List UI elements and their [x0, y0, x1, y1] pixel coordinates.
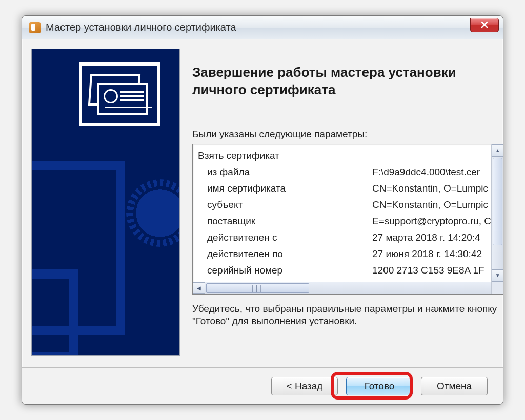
window-title: Мастер установки личного сертификата — [46, 22, 236, 33]
list-item[interactable]: Взять сертификат — [198, 148, 491, 164]
list-item[interactable]: из файла F:\d9a9ddc4.000\test.cer — [198, 164, 491, 180]
scroll-up-button[interactable]: ▲ — [492, 144, 503, 157]
wizard-sidebar — [31, 49, 180, 356]
wizard-body: Завершение работы мастера установки личн… — [22, 39, 503, 367]
finish-button[interactable]: Готово — [346, 377, 413, 395]
list-item[interactable]: субъект CN=Konstantin, O=Lumpic — [198, 197, 491, 213]
instruction-note: Убедитесь, что выбраны правильные параме… — [192, 303, 503, 328]
list-item[interactable]: серийный номер 1200 2713 C153 9E8A 1F — [198, 262, 491, 279]
close-button[interactable] — [470, 18, 499, 32]
list-item[interactable]: имя сертификата CN=Konstantin, O=Lumpic — [198, 180, 491, 197]
list-item[interactable]: действителен по 27 июня 2018 г. 14:30:42 — [198, 246, 491, 262]
wizard-footer: < Назад Готово Отмена — [22, 367, 503, 404]
scroll-left-button[interactable]: ◀ — [193, 282, 205, 294]
wizard-window: Мастер установки личного сертификата Зав… — [22, 15, 503, 405]
vertical-scrollbar[interactable]: ▲ ▼ — [491, 144, 503, 282]
close-icon — [481, 21, 488, 30]
horizontal-scroll-track[interactable]: ||| — [205, 282, 491, 294]
cancel-button[interactable]: Отмена — [421, 377, 488, 395]
parameters-list: Взять сертификат из файла F:\d9a9ddc4.00… — [193, 144, 491, 282]
titlebar[interactable]: Мастер установки личного сертификата — [22, 16, 503, 39]
app-icon — [29, 22, 41, 33]
horizontal-scroll-thumb[interactable]: ||| — [206, 283, 309, 293]
parameters-listbox[interactable]: Взять сертификат из файла F:\d9a9ddc4.00… — [192, 144, 503, 295]
page-heading: Завершение работы мастера установки личн… — [192, 64, 503, 99]
vertical-scroll-thumb[interactable] — [493, 158, 502, 246]
wizard-content: Завершение работы мастера установки личн… — [180, 49, 503, 367]
scrollbar-corner — [491, 282, 503, 294]
list-item[interactable]: действителен с 27 марта 2018 г. 14:20:4 — [198, 229, 491, 246]
scroll-down-button[interactable]: ▼ — [492, 269, 503, 282]
certificate-icon — [79, 62, 160, 126]
horizontal-scrollbar[interactable]: ◀ ||| ▶ — [193, 282, 503, 294]
sidebar-art — [32, 49, 179, 355]
back-button[interactable]: < Назад — [271, 377, 338, 395]
parameters-label: Были указаны следующие параметры: — [192, 129, 503, 140]
list-item[interactable]: поставщик E=support@cryptopro.ru, C — [198, 213, 491, 229]
vertical-scroll-track[interactable] — [492, 157, 503, 269]
